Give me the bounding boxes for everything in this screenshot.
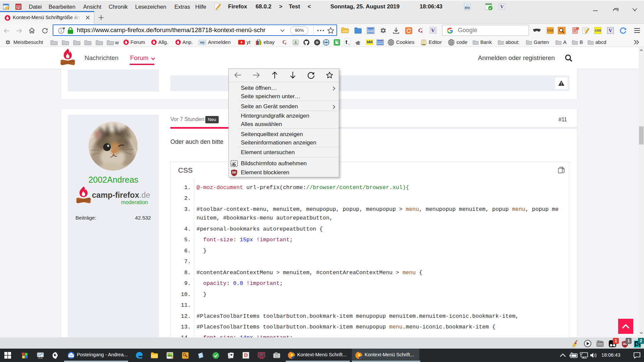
- svg-text:s: s: [285, 42, 286, 45]
- svg-text:s: s: [421, 29, 423, 34]
- svg-text:V: V: [500, 4, 503, 9]
- svg-text:V: V: [431, 28, 435, 33]
- svg-text:w: w: [115, 40, 119, 45]
- svg-text:css: css: [466, 7, 469, 9]
